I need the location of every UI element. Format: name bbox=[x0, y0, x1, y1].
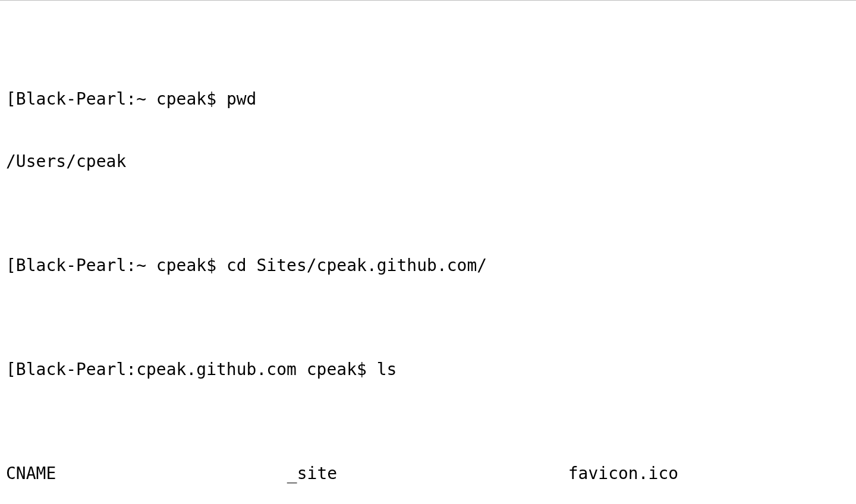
shell-prompt: [Black-Pearl:~ cpeak$ bbox=[6, 89, 226, 109]
command-text: ls bbox=[377, 360, 397, 379]
file-entry: _site bbox=[287, 463, 568, 484]
ls-column: favicon.ico feed.xml images index.html j… bbox=[568, 421, 849, 504]
ls-column: CNAME _config.yml _includes _layouts _po… bbox=[6, 421, 287, 504]
output-line: /Users/cpeak bbox=[6, 151, 850, 172]
file-entry: favicon.ico bbox=[568, 463, 849, 484]
terminal-window[interactable]: [Black-Pearl:~ cpeak$ pwd /Users/cpeak [… bbox=[0, 0, 856, 504]
prompt-line: [Black-Pearl:~ cpeak$ pwd bbox=[6, 89, 850, 109]
prompt-line: [Black-Pearl:cpeak.github.com cpeak$ ls bbox=[6, 359, 850, 380]
ls-column: _site apple-touch-icon.png blog.html css… bbox=[287, 421, 568, 504]
ls-output: CNAME _config.yml _includes _layouts _po… bbox=[6, 421, 850, 504]
shell-prompt: [Black-Pearl:cpeak.github.com cpeak$ bbox=[6, 360, 377, 379]
prompt-line: [Black-Pearl:~ cpeak$ cd Sites/cpeak.git… bbox=[6, 255, 850, 276]
shell-prompt: [Black-Pearl:~ cpeak$ bbox=[6, 256, 226, 275]
command-text: cd Sites/cpeak.github.com/ bbox=[226, 256, 487, 275]
command-text: pwd bbox=[226, 89, 257, 109]
file-entry: CNAME bbox=[6, 463, 287, 484]
